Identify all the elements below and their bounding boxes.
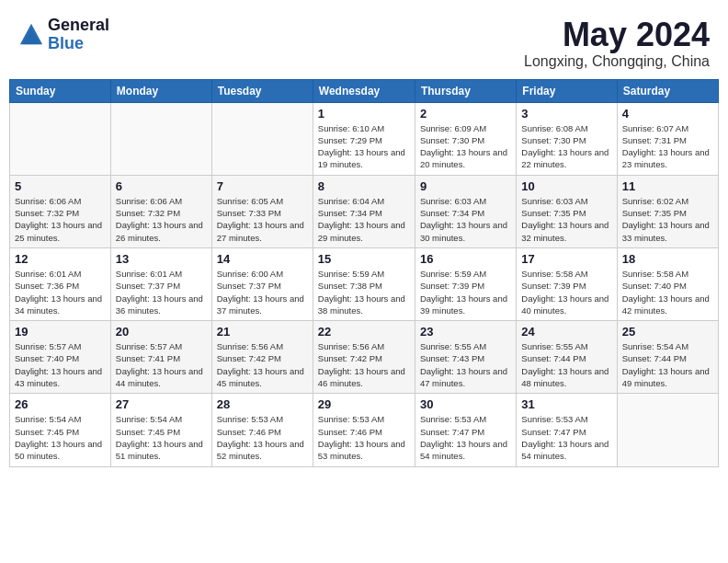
day-info: Sunrise: 6:03 AM Sunset: 7:34 PM Dayligh… [420, 195, 511, 244]
day-number: 22 [318, 325, 410, 339]
day-info: Sunrise: 6:01 AM Sunset: 7:37 PM Dayligh… [116, 268, 207, 316]
day-number: 13 [116, 252, 207, 266]
day-number: 2 [420, 107, 511, 121]
day-number: 29 [318, 397, 410, 411]
day-number: 15 [318, 252, 410, 266]
calendar-day-cell [617, 394, 718, 466]
day-number: 9 [420, 179, 511, 193]
calendar-week-row: 12Sunrise: 6:01 AM Sunset: 7:36 PM Dayli… [10, 247, 719, 320]
calendar-day-cell: 22Sunrise: 5:56 AM Sunset: 7:42 PM Dayli… [313, 321, 415, 394]
day-info: Sunrise: 5:53 AM Sunset: 7:46 PM Dayligh… [217, 413, 308, 462]
day-of-week-header: Thursday [415, 79, 516, 102]
day-number: 10 [521, 179, 611, 193]
day-info: Sunrise: 6:03 AM Sunset: 7:35 PM Dayligh… [521, 195, 611, 244]
day-number: 24 [521, 325, 611, 339]
calendar-day-cell: 18Sunrise: 5:58 AM Sunset: 7:40 PM Dayli… [617, 247, 718, 320]
calendar-day-cell: 8Sunrise: 6:04 AM Sunset: 7:34 PM Daylig… [313, 175, 415, 247]
day-number: 26 [15, 397, 106, 411]
day-of-week-header: Monday [110, 79, 211, 102]
day-info: Sunrise: 5:56 AM Sunset: 7:42 PM Dayligh… [217, 340, 308, 389]
calendar-day-cell: 31Sunrise: 5:53 AM Sunset: 7:47 PM Dayli… [517, 394, 617, 466]
day-info: Sunrise: 5:59 AM Sunset: 7:38 PM Dayligh… [318, 268, 410, 316]
day-header-row: SundayMondayTuesdayWednesdayThursdayFrid… [10, 79, 719, 102]
calendar-day-cell [10, 102, 111, 175]
day-number: 16 [420, 252, 511, 266]
calendar-day-cell: 7Sunrise: 6:05 AM Sunset: 7:33 PM Daylig… [211, 175, 313, 247]
day-number: 30 [420, 397, 511, 411]
day-of-week-header: Wednesday [313, 79, 415, 102]
calendar-day-cell: 2Sunrise: 6:09 AM Sunset: 7:30 PM Daylig… [415, 102, 516, 175]
day-info: Sunrise: 6:09 AM Sunset: 7:30 PM Dayligh… [420, 122, 511, 171]
day-info: Sunrise: 6:10 AM Sunset: 7:29 PM Dayligh… [318, 122, 410, 171]
day-number: 1 [318, 107, 410, 121]
day-info: Sunrise: 5:58 AM Sunset: 7:40 PM Dayligh… [622, 268, 713, 316]
logo: General Blue [18, 17, 109, 53]
day-number: 17 [521, 252, 611, 266]
day-number: 5 [15, 179, 106, 193]
day-info: Sunrise: 5:57 AM Sunset: 7:41 PM Dayligh… [116, 340, 207, 389]
calendar-table: SundayMondayTuesdayWednesdayThursdayFrid… [9, 79, 719, 467]
calendar-day-cell [110, 102, 211, 175]
day-info: Sunrise: 6:07 AM Sunset: 7:31 PM Dayligh… [622, 122, 713, 171]
page-header: General Blue May 2024 Longxing, Chongqin… [9, 9, 719, 74]
calendar-day-cell: 3Sunrise: 6:08 AM Sunset: 7:30 PM Daylig… [517, 102, 617, 175]
calendar-day-cell: 9Sunrise: 6:03 AM Sunset: 7:34 PM Daylig… [415, 175, 516, 247]
calendar-day-cell: 25Sunrise: 5:54 AM Sunset: 7:44 PM Dayli… [617, 321, 718, 394]
day-info: Sunrise: 5:54 AM Sunset: 7:45 PM Dayligh… [15, 413, 106, 462]
calendar-day-cell: 20Sunrise: 5:57 AM Sunset: 7:41 PM Dayli… [110, 321, 211, 394]
day-number: 19 [15, 325, 106, 339]
logo-blue-text: Blue [48, 35, 109, 53]
day-info: Sunrise: 6:06 AM Sunset: 7:32 PM Dayligh… [15, 195, 106, 244]
calendar-day-cell: 13Sunrise: 6:01 AM Sunset: 7:37 PM Dayli… [110, 247, 211, 320]
calendar-day-cell: 17Sunrise: 5:58 AM Sunset: 7:39 PM Dayli… [517, 247, 617, 320]
calendar-day-cell: 21Sunrise: 5:56 AM Sunset: 7:42 PM Dayli… [211, 321, 313, 394]
day-info: Sunrise: 6:02 AM Sunset: 7:35 PM Dayligh… [622, 195, 713, 244]
location-text: Longxing, Chongqing, China [524, 53, 710, 70]
calendar-day-cell: 14Sunrise: 6:00 AM Sunset: 7:37 PM Dayli… [211, 247, 313, 320]
day-info: Sunrise: 6:00 AM Sunset: 7:37 PM Dayligh… [217, 268, 308, 316]
day-number: 6 [116, 179, 207, 193]
day-number: 20 [116, 325, 207, 339]
day-info: Sunrise: 5:54 AM Sunset: 7:44 PM Dayligh… [622, 340, 713, 389]
day-info: Sunrise: 5:57 AM Sunset: 7:40 PM Dayligh… [15, 340, 106, 389]
day-number: 12 [15, 252, 106, 266]
day-number: 3 [521, 107, 611, 121]
calendar-day-cell: 24Sunrise: 5:55 AM Sunset: 7:44 PM Dayli… [517, 321, 617, 394]
day-info: Sunrise: 6:04 AM Sunset: 7:34 PM Dayligh… [318, 195, 410, 244]
calendar-header: SundayMondayTuesdayWednesdayThursdayFrid… [10, 79, 719, 102]
day-number: 7 [217, 179, 308, 193]
day-info: Sunrise: 6:06 AM Sunset: 7:32 PM Dayligh… [116, 195, 207, 244]
day-info: Sunrise: 5:55 AM Sunset: 7:43 PM Dayligh… [420, 340, 511, 389]
day-number: 8 [318, 179, 410, 193]
day-info: Sunrise: 5:55 AM Sunset: 7:44 PM Dayligh… [521, 340, 611, 389]
day-info: Sunrise: 6:01 AM Sunset: 7:36 PM Dayligh… [15, 268, 106, 316]
day-number: 11 [622, 179, 713, 193]
calendar-week-row: 19Sunrise: 5:57 AM Sunset: 7:40 PM Dayli… [10, 321, 719, 394]
day-of-week-header: Tuesday [211, 79, 313, 102]
calendar-day-cell: 15Sunrise: 5:59 AM Sunset: 7:38 PM Dayli… [313, 247, 415, 320]
day-of-week-header: Sunday [10, 79, 111, 102]
calendar-day-cell: 30Sunrise: 5:53 AM Sunset: 7:47 PM Dayli… [415, 394, 516, 466]
calendar-day-cell: 29Sunrise: 5:53 AM Sunset: 7:46 PM Dayli… [313, 394, 415, 466]
calendar-week-row: 5Sunrise: 6:06 AM Sunset: 7:32 PM Daylig… [10, 175, 719, 247]
day-info: Sunrise: 6:08 AM Sunset: 7:30 PM Dayligh… [521, 122, 611, 171]
calendar-day-cell: 26Sunrise: 5:54 AM Sunset: 7:45 PM Dayli… [10, 394, 111, 466]
day-number: 18 [622, 252, 713, 266]
day-number: 28 [217, 397, 308, 411]
calendar-day-cell: 4Sunrise: 6:07 AM Sunset: 7:31 PM Daylig… [617, 102, 718, 175]
calendar-day-cell: 28Sunrise: 5:53 AM Sunset: 7:46 PM Dayli… [211, 394, 313, 466]
day-info: Sunrise: 5:54 AM Sunset: 7:45 PM Dayligh… [116, 413, 207, 462]
calendar-day-cell: 11Sunrise: 6:02 AM Sunset: 7:35 PM Dayli… [617, 175, 718, 247]
day-number: 27 [116, 397, 207, 411]
day-number: 14 [217, 252, 308, 266]
calendar-body: 1Sunrise: 6:10 AM Sunset: 7:29 PM Daylig… [10, 102, 719, 466]
day-number: 25 [622, 325, 713, 339]
calendar-day-cell: 16Sunrise: 5:59 AM Sunset: 7:39 PM Dayli… [415, 247, 516, 320]
logo-icon [18, 22, 44, 48]
day-of-week-header: Friday [517, 79, 617, 102]
calendar-day-cell: 6Sunrise: 6:06 AM Sunset: 7:32 PM Daylig… [110, 175, 211, 247]
calendar-day-cell: 1Sunrise: 6:10 AM Sunset: 7:29 PM Daylig… [313, 102, 415, 175]
calendar-week-row: 1Sunrise: 6:10 AM Sunset: 7:29 PM Daylig… [10, 102, 719, 175]
calendar-day-cell: 23Sunrise: 5:55 AM Sunset: 7:43 PM Dayli… [415, 321, 516, 394]
day-number: 23 [420, 325, 511, 339]
